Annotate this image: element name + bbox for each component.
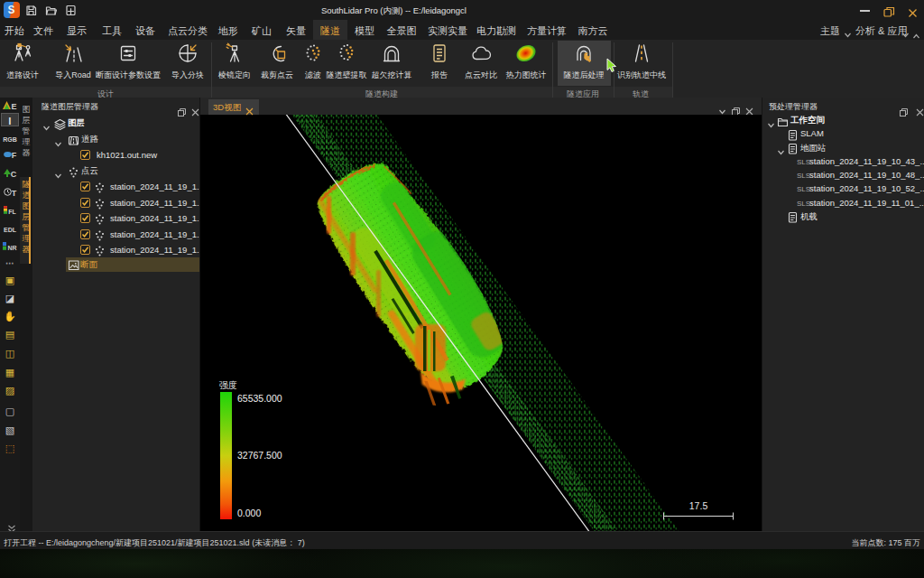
svg-text:17.5: 17.5 [689,500,708,511]
svg-text:强度: 强度 [219,380,237,390]
svg-text:32767.500: 32767.500 [237,450,282,461]
svg-text:65535.000: 65535.000 [237,393,282,404]
svg-text:0.000: 0.000 [237,508,261,518]
